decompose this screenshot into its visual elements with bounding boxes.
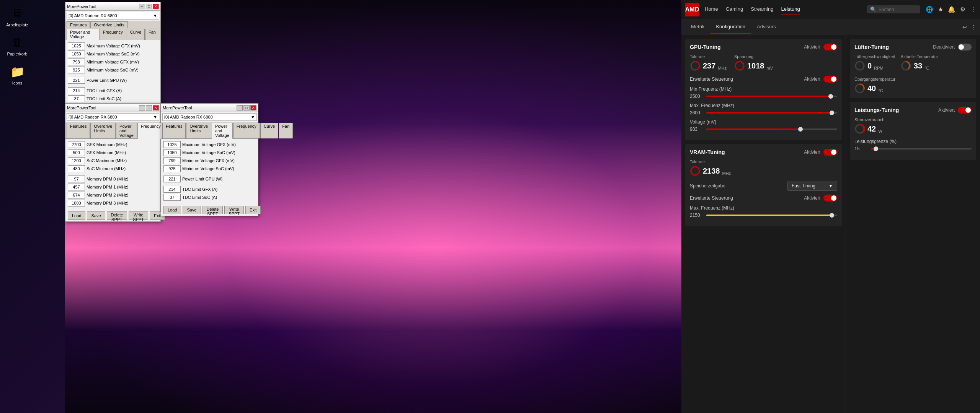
mpt-write-3[interactable]: Write SPPT — [224, 206, 244, 214]
mpt-device-dropdown-3[interactable]: [0] AMD Radeon RX 6800 ▼ — [162, 113, 257, 121]
undo-icon[interactable]: ↩ — [962, 24, 967, 30]
luefter-tuning-toggle[interactable] — [958, 44, 972, 50]
gpu-minfreq-track[interactable] — [706, 96, 837, 97]
vram-maxfreq-track[interactable] — [706, 215, 837, 216]
bell-icon[interactable]: 🔔 — [948, 6, 956, 13]
vram-erweiterte-toggle[interactable] — [823, 195, 837, 202]
mpt-input-tdcgfx-3[interactable] — [163, 186, 181, 193]
mpt-input-maxvsoc-1[interactable] — [68, 50, 85, 57]
mpt-input-socmax-2[interactable] — [68, 157, 85, 164]
mpt-input-dpm1-2[interactable] — [68, 184, 85, 190]
mpt-minimize-1[interactable]: ─ — [139, 4, 145, 9]
gpu-voltage-thumb[interactable] — [798, 127, 803, 132]
mpt-tab-fan-1[interactable]: Fan — [145, 29, 159, 40]
mpt-input-minvsoc-1[interactable] — [68, 67, 85, 73]
mpt-write-2[interactable]: Write SPPT — [129, 211, 148, 220]
mpt-save-2[interactable]: Save — [87, 211, 105, 220]
mpt-minimize-3[interactable]: ─ — [237, 105, 243, 111]
mpt-tab-freq-3[interactable]: Frequency — [233, 123, 260, 138]
mpt-tab-features-3[interactable]: Features — [162, 123, 186, 138]
gpu-maxfreq-thumb[interactable] — [830, 111, 834, 115]
leistungs-tuning-toggle[interactable] — [958, 107, 972, 114]
mpt-input-tdcgfx-1[interactable] — [68, 87, 85, 94]
mpt-device-dropdown-1[interactable]: [0] AMD Radeon RX 6800 ▼ — [67, 12, 159, 20]
mpt-input-maxvgfx-1[interactable] — [68, 42, 85, 49]
mpt-tab-fan-3[interactable]: Fan — [279, 123, 293, 138]
mpt-input-minvgfx-1[interactable] — [68, 59, 85, 65]
mpt-input-gfxmax-2[interactable] — [68, 141, 85, 148]
mpt-input-maxvsoc-3[interactable] — [163, 149, 181, 156]
nav-streaming[interactable]: Streaming — [751, 4, 773, 15]
gpu-erweiterte-toggle[interactable] — [823, 76, 837, 83]
mpt-tab-curve-1[interactable]: Curve — [127, 29, 145, 40]
leistungs-grenze-thumb[interactable] — [874, 146, 878, 151]
mpt-close-3[interactable]: ✕ — [250, 105, 256, 111]
mpt-close-1[interactable]: ✕ — [153, 4, 159, 9]
mpt-load-2[interactable]: Load — [68, 211, 85, 220]
mpt-input-minvsoc-3[interactable] — [163, 165, 181, 172]
nav-gaming[interactable]: Gaming — [726, 4, 743, 15]
mpt-tab-features-2[interactable]: Features — [67, 123, 90, 138]
mpt-maximize-3[interactable]: □ — [243, 105, 250, 111]
mpt-close-2[interactable]: ✕ — [153, 105, 159, 111]
bookmark-icon[interactable]: ★ — [938, 6, 943, 13]
mpt-input-minvgfx-3[interactable] — [163, 157, 181, 164]
subtab-metrik[interactable]: Metrik — [685, 20, 710, 34]
mpt-tab-overdrive-1[interactable]: Overdrive Limits — [90, 21, 127, 28]
mpt-tab-power-2[interactable]: Power and Voltage — [116, 123, 137, 138]
mpt-delete-3[interactable]: Delete SPPT — [203, 206, 223, 214]
mpt-input-maxvgfx-3[interactable] — [163, 141, 181, 148]
mpt-tab-curve-3[interactable]: Curve — [260, 123, 278, 138]
mpt-load-3[interactable]: Load — [163, 206, 181, 214]
mpt-tab-power-3[interactable]: Power and Voltage — [212, 123, 233, 139]
subtab-advisors[interactable]: Advisors — [751, 20, 782, 34]
desktop-icon-arbeitsplatz[interactable]: 🖥 Arbeitsplatz — [4, 4, 31, 29]
mpt-input-socmin-2[interactable] — [68, 165, 85, 172]
vram-maxfreq-thumb[interactable] — [830, 213, 834, 218]
gpu-minfreq-value: 2500 — [690, 94, 703, 99]
mpt-maximize-2[interactable]: □ — [146, 105, 152, 111]
mpt-input-dpm0-2[interactable] — [68, 176, 85, 182]
gpu-tuning-toggle[interactable] — [823, 44, 837, 50]
amd-search[interactable]: 🔍 — [867, 5, 920, 13]
mpt-tab-freq-1[interactable]: Frequency — [100, 29, 126, 40]
mpt-input-tdcsoc-3[interactable] — [163, 194, 181, 201]
mpt-minimize-2[interactable]: ─ — [139, 105, 145, 111]
mpt-save-3[interactable]: Save — [183, 206, 201, 214]
mpt-field-row-dpm2: Memory DPM 2 (MHz) — [68, 192, 158, 198]
desktop-icon-papierkorb[interactable]: 🗑 Papierkorb — [4, 33, 31, 58]
mpt-delete-2[interactable]: Delete SPPT — [107, 211, 127, 220]
mpt-device-dropdown-2[interactable]: [0] AMD Radeon RX 6800 ▼ — [67, 113, 159, 121]
mpt-maximize-1[interactable]: □ — [146, 4, 152, 9]
desktop-icon-icons[interactable]: 📁 Icons — [4, 62, 31, 87]
vram-tuning-toggle[interactable] — [823, 149, 837, 156]
mpt-exit-3[interactable]: Exit — [245, 206, 261, 214]
gpu-minfreq-thumb[interactable] — [828, 94, 833, 99]
more-options-icon[interactable]: ⋮ — [971, 24, 976, 30]
leistungs-grenze-track[interactable] — [871, 148, 972, 150]
mpt-input-gfxmin-2[interactable] — [68, 149, 85, 156]
mpt-input-tdcsoc-1[interactable] — [68, 95, 85, 102]
settings-icon[interactable]: ⚙ — [960, 6, 965, 13]
luefter-temp-value-row: 33 °C — [901, 60, 938, 71]
gpu-maxfreq-track[interactable] — [706, 112, 837, 114]
mpt-tab-freq-2[interactable]: Frequency — [137, 123, 164, 139]
leistungs-grenze-label: Leistungsgrenze (%) — [854, 139, 972, 144]
mpt-input-powlimit-3[interactable] — [163, 176, 181, 182]
mpt-input-dpm2-2[interactable] — [68, 192, 85, 198]
vram-speicher-dropdown[interactable]: Fast Timing ▼ — [787, 181, 837, 191]
vram-speicher-row: Speicherzeitgabe Fast Timing ▼ — [690, 181, 837, 191]
mpt-tab-overdrive-2[interactable]: Overdrive Limits — [90, 123, 116, 138]
mpt-tab-features-1[interactable]: Features — [67, 21, 90, 28]
subtab-konfiguration[interactable]: Konfiguration — [710, 20, 751, 34]
gpu-voltage-track[interactable] — [706, 128, 837, 130]
mpt-tab-power-1[interactable]: Power and Voltage — [67, 29, 99, 40]
mpt-input-dpm3-2[interactable] — [68, 200, 85, 206]
mpt-tab-overdrive-3[interactable]: Overdrive Limits — [186, 123, 211, 138]
mpt-input-powlimit-1[interactable] — [68, 77, 85, 84]
more-icon[interactable]: ⋮ — [970, 6, 976, 13]
globe-icon[interactable]: 🌐 — [926, 6, 933, 13]
nav-home[interactable]: Home — [705, 4, 718, 15]
nav-leistung[interactable]: Leistung — [781, 4, 800, 15]
search-input[interactable] — [879, 7, 917, 12]
